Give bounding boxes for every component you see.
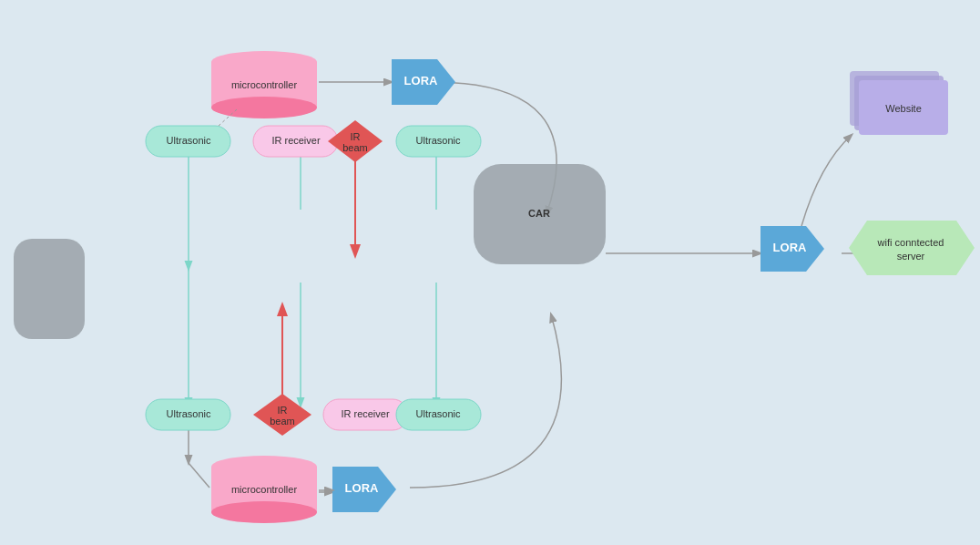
svg-point-25 (211, 501, 317, 523)
top-micro-label: microcontroller (231, 79, 297, 90)
diagram: CAR microcontroller LORA microcontroller… (0, 0, 980, 545)
top-ir-receiver-label: IR receiver (271, 135, 321, 146)
bot-ir-beam-label: IR (278, 405, 288, 416)
top-lora-label: LORA (404, 74, 438, 87)
bot-ir-beam-label2: beam (270, 416, 295, 427)
website-label: Website (885, 103, 922, 114)
bot-ultrasonic-right-label: Ultrasonic (416, 408, 461, 419)
svg-rect-0 (0, 0, 980, 545)
top-ultrasonic-left-label: Ultrasonic (167, 135, 211, 146)
top-ultrasonic-right-label: Ultrasonic (416, 135, 461, 146)
top-ir-beam-label: IR (351, 131, 361, 142)
svg-marker-31 (849, 221, 975, 275)
svg-rect-17 (14, 239, 85, 339)
bot-lora-label: LORA (345, 481, 379, 495)
bot-micro-label: microcontroller (231, 484, 297, 495)
wifi-server-label: wifi conntected (877, 237, 944, 248)
bot-ir-receiver-label: IR receiver (341, 408, 390, 419)
bot-ultrasonic-left-label: Ultrasonic (167, 408, 211, 419)
car-label: CAR (528, 208, 550, 219)
wifi-server-label2: server (897, 251, 925, 262)
right-lora-label: LORA (773, 241, 807, 254)
top-ir-beam-label2: beam (342, 142, 368, 153)
svg-point-21 (211, 97, 317, 118)
